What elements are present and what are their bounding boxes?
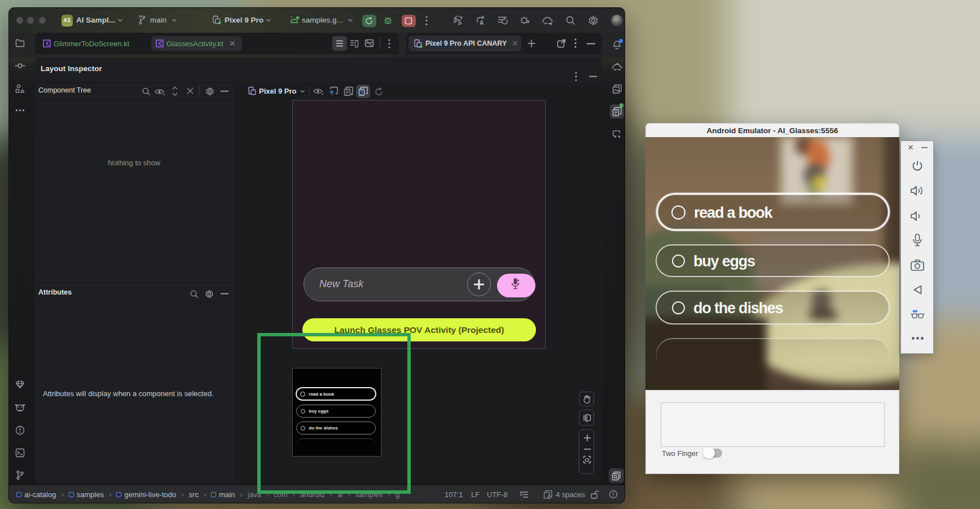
- svg-text:A: A: [480, 20, 484, 26]
